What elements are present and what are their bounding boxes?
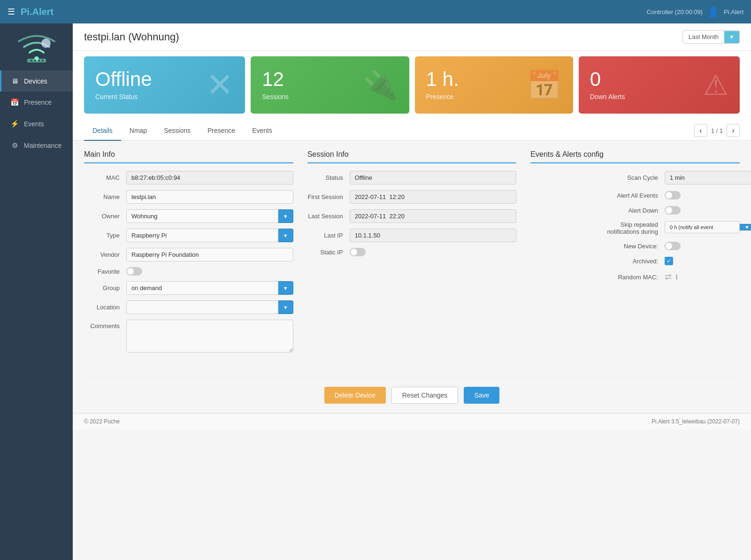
sidebar-item-events[interactable]: ⚡ Events [0, 113, 73, 135]
sidebar-logo [0, 23, 73, 70]
tab-presence[interactable]: Presence [199, 121, 244, 141]
random-mac-control: ⇄ ℹ [665, 272, 740, 282]
controller-label: Controller (20:00:09) [647, 8, 703, 15]
events-config-title: Events & Alerts config [530, 150, 740, 163]
form-row-comments: Comments [84, 320, 293, 353]
status-card-offline-icon: ✕ [206, 66, 234, 104]
tab-pagination: ‹ 1 / 1 › [694, 124, 740, 137]
name-label: Name [84, 193, 126, 200]
alert-all-control [665, 191, 740, 199]
comments-label: Comments [84, 320, 126, 330]
mac-input[interactable] [126, 171, 293, 184]
action-buttons: Delete Device Reset Changes Save [84, 377, 740, 404]
comments-textarea[interactable] [126, 320, 293, 353]
status-card-presence-icon: 📅 [527, 69, 562, 102]
sidebar-item-devices[interactable]: 🖥 Devices [0, 70, 73, 92]
name-input[interactable] [126, 190, 293, 204]
status-card-alerts-label: Down Alerts [590, 93, 625, 100]
skip-notifications-group: ▼ [665, 221, 740, 233]
new-device-label: New Device: [530, 243, 665, 250]
reset-changes-button[interactable]: Reset Changes [391, 387, 459, 404]
archived-checkbox[interactable]: ✓ [665, 257, 673, 265]
status-card-offline-value: Offline [95, 69, 152, 89]
location-input[interactable] [126, 300, 278, 314]
favorite-label: Favorite [84, 268, 126, 275]
group-dropdown-button[interactable]: ▼ [278, 281, 293, 295]
sidebar-item-label-presence: Presence [24, 99, 52, 106]
form-row-group: Group ▼ [84, 281, 293, 295]
sidebar-item-maintenance[interactable]: ⚙ Maintenance [0, 135, 73, 156]
owner-input[interactable] [126, 209, 278, 223]
favorite-toggle[interactable] [126, 267, 142, 276]
skip-notifications-input[interactable] [665, 221, 740, 233]
group-input[interactable] [126, 281, 278, 295]
status-card-presence-value: 1 h. [426, 69, 459, 89]
events-form-row-skip: Skip repeated notifications during ▼ [530, 221, 740, 235]
svg-point-6 [41, 38, 51, 48]
sidebar: 🖥 Devices 📅 Presence ⚡ Events ⚙ Maintena… [0, 23, 73, 560]
svg-point-5 [42, 60, 44, 61]
tab-events[interactable]: Events [244, 121, 281, 141]
page-header: testpi.lan (Wohnung) Last Month ▼ [73, 23, 751, 51]
delete-device-button[interactable]: Delete Device [324, 387, 386, 404]
vendor-input[interactable] [126, 248, 293, 261]
info-icon[interactable]: ℹ [675, 273, 678, 281]
sidebar-item-label-maintenance: Maintenance [24, 142, 61, 149]
owner-input-group: ▼ [126, 209, 293, 223]
pagination-next-button[interactable]: › [727, 124, 740, 137]
type-input[interactable] [126, 229, 278, 242]
mac-label: MAC [84, 174, 126, 181]
save-button[interactable]: Save [464, 387, 499, 404]
main-info-title: Main Info [84, 150, 293, 163]
archived-control: ✓ [665, 257, 740, 265]
period-dropdown-btn[interactable]: ▼ [724, 31, 739, 43]
status-card-alerts-value: 0 [590, 69, 625, 89]
location-dropdown-button[interactable]: ▼ [278, 300, 293, 314]
sidebar-item-presence[interactable]: 📅 Presence [0, 92, 73, 113]
type-dropdown-button[interactable]: ▼ [278, 229, 293, 242]
static-ip-toggle[interactable] [350, 248, 366, 256]
status-input [350, 171, 517, 184]
alert-all-toggle[interactable] [665, 191, 681, 199]
scan-cycle-input[interactable] [665, 171, 751, 184]
period-selector[interactable]: Last Month ▼ [682, 30, 740, 44]
status-card-presence: 1 h. Presence 📅 [415, 56, 573, 114]
last-session-input [350, 209, 517, 223]
group-input-group: ▼ [126, 281, 293, 295]
events-icon: ⚡ [10, 120, 19, 128]
pagination-prev-button[interactable]: ‹ [694, 124, 707, 137]
status-card-alerts-icon: ⚠ [703, 69, 728, 101]
form-row-status: Status [307, 171, 517, 184]
status-label: Status [307, 174, 350, 181]
status-card-sessions-icon: 🔌 [363, 69, 398, 102]
pagination-display: 1 / 1 [711, 127, 723, 134]
alert-down-toggle[interactable] [665, 206, 681, 215]
form-row-static-ip: Static IP [307, 248, 517, 256]
events-config-section: Events & Alerts config Scan Cycle ▼ Aler… [530, 150, 740, 358]
footer-version: Pi.Alert 3.5_leiweibau (2022-07-07) [651, 418, 740, 425]
skip-label: Skip repeated [530, 221, 658, 228]
type-label: Type [84, 232, 126, 239]
form-row-location: Location ▼ [84, 300, 293, 314]
skip-notifications-dropdown-button[interactable]: ▼ [740, 224, 751, 230]
first-session-label: First Session [307, 193, 350, 200]
hamburger-menu-button[interactable]: ☰ [8, 7, 15, 17]
tabs: Details Nmap Sessions Presence Events [84, 121, 281, 140]
tab-sessions[interactable]: Sessions [155, 121, 199, 141]
sidebar-item-label-events: Events [24, 120, 44, 128]
tab-details[interactable]: Details [84, 121, 121, 141]
new-device-toggle[interactable] [665, 242, 681, 250]
form-row-type: Type ▼ [84, 229, 293, 242]
status-cards: Offline Current Status ✕ 12 Sessions 🔌 1… [73, 51, 751, 121]
group-label: Group [84, 284, 126, 292]
events-form-row-scan-cycle: Scan Cycle ▼ [530, 171, 740, 184]
random-mac-icon: ⇄ [665, 272, 672, 282]
scan-cycle-label: Scan Cycle [530, 174, 665, 181]
tab-nmap[interactable]: Nmap [121, 121, 155, 141]
random-mac-label: Random MAC: [530, 274, 665, 281]
events-form-row-archived: Archived: ✓ [530, 257, 740, 265]
app-brand: Pi.Alert [21, 7, 54, 17]
last-ip-input [350, 229, 517, 242]
maintenance-icon: ⚙ [10, 141, 19, 150]
owner-dropdown-button[interactable]: ▼ [278, 209, 293, 223]
